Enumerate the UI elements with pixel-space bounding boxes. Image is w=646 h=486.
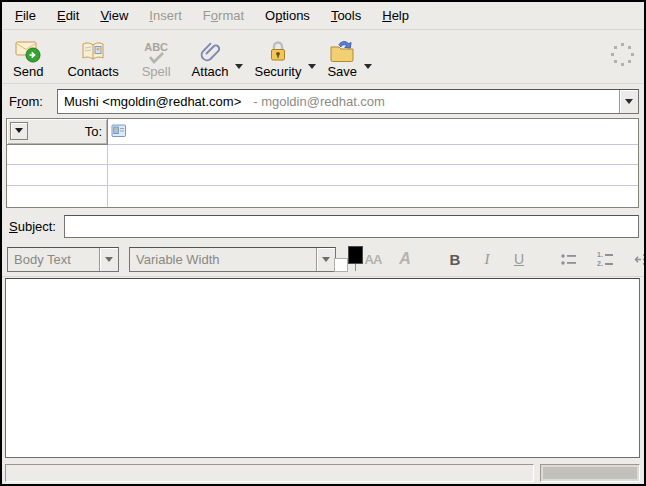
recipient-type-label: To: [28, 124, 107, 139]
outdent-button[interactable] [631, 246, 646, 272]
recipient-empty-row[interactable] [7, 145, 638, 166]
chevron-down-icon [322, 257, 330, 266]
subject-row: Subject: [6, 212, 639, 240]
attach-dropdown-icon[interactable] [235, 64, 243, 73]
menubar: File Edit View Insert Format Options Too… [2, 2, 644, 30]
activity-throbber-icon [610, 41, 636, 67]
bulleted-list-button[interactable] [557, 246, 581, 272]
recipient-type-button[interactable]: To: [7, 119, 108, 145]
contact-card-icon [111, 124, 127, 138]
contacts-button[interactable]: Contacts [62, 33, 123, 81]
send-label: Send [13, 64, 43, 80]
send-icon [15, 34, 42, 64]
save-label: Save [327, 64, 357, 80]
spell-label: Spell [142, 64, 171, 80]
recipient-type-chevron-button[interactable] [10, 122, 28, 140]
status-message [5, 464, 534, 482]
security-button[interactable]: Security [249, 33, 306, 81]
menu-view[interactable]: View [91, 4, 137, 27]
bold-button[interactable]: B [443, 246, 467, 272]
attach-label: Attach [192, 64, 229, 80]
foreground-color-swatch [348, 246, 363, 264]
from-identity-text: Mushi <mgoldin@redhat.com> [64, 94, 241, 109]
menu-insert[interactable]: Insert [140, 4, 191, 27]
chevron-down-icon [105, 257, 113, 266]
progress-bar [540, 464, 640, 482]
menu-options[interactable]: Options [256, 4, 319, 27]
format-toolbar: Body Text Variable Width AA A B I U [2, 242, 644, 277]
attach-icon [198, 34, 223, 64]
from-combo-arrow-button[interactable] [619, 90, 638, 113]
contacts-icon [80, 34, 107, 64]
menu-tools[interactable]: Tools [322, 4, 370, 27]
chevron-down-icon [15, 128, 23, 137]
increase-font-size-button[interactable]: A [393, 246, 417, 272]
recipient-empty-row[interactable] [7, 165, 638, 186]
menu-file[interactable]: File [6, 4, 45, 27]
decrease-font-size-button[interactable]: AA [361, 246, 385, 272]
bulleted-list-icon [560, 252, 578, 267]
recipient-row-to: To: [7, 119, 638, 145]
font-name-select[interactable]: Variable Width [129, 247, 336, 272]
security-lock-icon [266, 34, 290, 64]
from-identity-value: Mushi <mgoldin@redhat.com> - mgoldin@red… [58, 90, 619, 113]
paragraph-style-value: Body Text [8, 248, 99, 271]
contacts-label: Contacts [67, 64, 118, 80]
font-name-arrow-button[interactable] [316, 248, 335, 271]
subject-label: Subject: [6, 219, 64, 234]
from-row: From: Mushi <mgoldin@redhat.com> - mgold… [6, 86, 639, 116]
spell-check-icon: ABC [144, 34, 168, 64]
to-input[interactable] [108, 119, 638, 145]
outdent-icon [633, 252, 646, 267]
save-dropdown-icon[interactable] [364, 64, 372, 73]
from-label: From: [6, 94, 57, 109]
message-body[interactable] [5, 278, 640, 458]
recipient-empty-row[interactable] [7, 186, 638, 207]
save-button[interactable]: Save [322, 33, 362, 81]
spell-button[interactable]: ABC Spell [137, 33, 176, 81]
subject-input[interactable] [64, 215, 639, 238]
progress-bar-trough [543, 467, 637, 479]
menu-format[interactable]: Format [194, 4, 253, 27]
chevron-down-icon [625, 99, 633, 108]
recipients-grid: To: [6, 118, 639, 208]
from-address-note: - mgoldin@redhat.com [253, 94, 385, 109]
main-toolbar: Send Contacts ABC [2, 31, 644, 84]
color-picker-stem [355, 264, 356, 271]
statusbar [5, 464, 640, 482]
security-dropdown-icon[interactable] [308, 64, 316, 73]
italic-button[interactable]: I [475, 246, 499, 272]
compose-window: File Edit View Insert Format Options Too… [0, 0, 646, 486]
from-identity-select[interactable]: Mushi <mgoldin@redhat.com> - mgoldin@red… [57, 89, 639, 114]
menu-help[interactable]: Help [373, 4, 418, 27]
security-label: Security [254, 64, 301, 80]
numbered-list-icon: 1. 2. [597, 251, 613, 267]
save-icon [328, 34, 356, 64]
underline-button[interactable]: U [507, 246, 531, 272]
spell-abc-text: ABC [144, 42, 168, 52]
font-name-value: Variable Width [130, 248, 316, 271]
send-button[interactable]: Send [8, 33, 48, 81]
paragraph-style-select[interactable]: Body Text [7, 247, 119, 272]
menu-edit[interactable]: Edit [48, 4, 88, 27]
attach-button[interactable]: Attach [187, 33, 234, 81]
background-color-swatch [334, 258, 348, 272]
paragraph-style-arrow-button[interactable] [99, 248, 118, 271]
numbered-list-button[interactable]: 1. 2. [593, 246, 617, 272]
